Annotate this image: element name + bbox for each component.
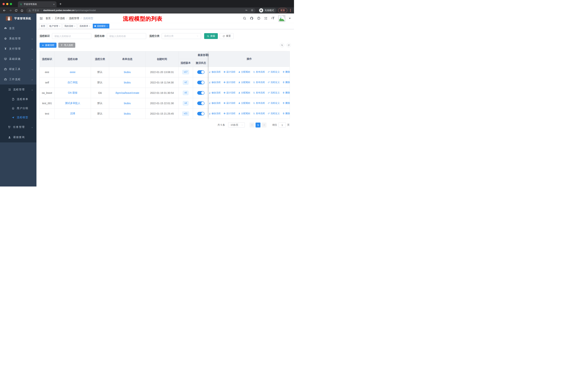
process-name-input[interactable] (107, 33, 146, 39)
form-info-link[interactable]: biubiu (124, 71, 131, 74)
form-info-link[interactable]: biubiu (124, 81, 131, 84)
update-button[interactable]: 更新 (278, 8, 287, 13)
action-流程定义[interactable]: 流程定义 (268, 81, 280, 84)
action-修改流程[interactable]: 修改流程 (209, 71, 221, 74)
action-流程定义[interactable]: 流程定义 (268, 112, 280, 115)
search-button[interactable]: 搜索 (204, 33, 218, 39)
help-icon[interactable] (257, 17, 261, 20)
refresh-table-icon[interactable] (286, 43, 291, 47)
action-分配规则[interactable]: 分配规则 (238, 112, 250, 115)
action-设计流程[interactable]: 设计流程 (223, 91, 235, 94)
fullscreen-icon[interactable] (264, 17, 268, 20)
close-window-button[interactable] (2, 3, 5, 5)
url-bar[interactable]: 不安全 dashboard.yudao.iocoder.cn/bpm/manag… (26, 8, 256, 13)
next-page-button[interactable] (262, 122, 266, 128)
home-icon[interactable] (19, 8, 24, 13)
sidebar-item-系统管理[interactable]: 系统管理 (0, 33, 36, 44)
prev-page-button[interactable] (250, 122, 254, 128)
reload-icon[interactable] (13, 8, 19, 13)
action-删除[interactable]: 删除 (283, 81, 290, 84)
security-label[interactable]: 不安全 (32, 9, 39, 12)
action-发布流程[interactable]: 发布流程 (253, 81, 265, 84)
process-name-link[interactable]: 测试多审批人 (65, 102, 80, 105)
active-toggle[interactable] (197, 81, 205, 84)
sidebar-item-流程模型[interactable]: 流程模型 (0, 113, 36, 122)
form-info-link[interactable]: /bpm/oa/leave/create (115, 91, 139, 94)
goto-page-input[interactable] (279, 122, 286, 128)
breadcrumb-item-流程管理[interactable]: 流程管理 (69, 17, 79, 20)
font-size-icon[interactable]: TT (271, 17, 275, 20)
close-icon[interactable]: × (74, 25, 75, 27)
page-size-select[interactable]: 10条/页 (228, 122, 245, 128)
tag-流程表单[interactable]: 流程表单× (78, 24, 92, 28)
action-删除[interactable]: 删除 (283, 91, 290, 94)
action-发布流程[interactable]: 发布流程 (253, 112, 265, 115)
action-修改流程[interactable]: 修改流程 (209, 91, 221, 94)
page-number-button[interactable]: 1 (256, 122, 261, 128)
process-name-link[interactable]: eeee (70, 71, 75, 74)
sidebar-item-请假查询[interactable]: 请假查询 (0, 132, 36, 142)
bookmark-star-icon[interactable] (251, 9, 253, 12)
active-toggle[interactable] (197, 101, 205, 105)
action-删除[interactable]: 删除 (283, 71, 290, 74)
sidebar-item-基础设施[interactable]: 基础设施 (0, 54, 36, 64)
action-修改流程[interactable]: 修改流程 (209, 81, 221, 84)
action-流程定义[interactable]: 流程定义 (268, 71, 280, 74)
github-icon[interactable] (250, 17, 253, 20)
action-流程定义[interactable]: 流程定义 (268, 91, 280, 94)
action-分配规则[interactable]: 分配规则 (238, 81, 250, 84)
tag-我的流程[interactable]: 我的流程× (63, 24, 77, 28)
action-修改流程[interactable]: 修改流程 (209, 102, 221, 105)
action-设计流程[interactable]: 设计流程 (223, 71, 235, 74)
window-controls[interactable] (0, 3, 15, 5)
process-name-link[interactable]: 滔博 (70, 112, 75, 115)
sidebar-item-流程管理[interactable]: 流程管理 (0, 84, 36, 95)
avatar-caret-icon[interactable] (289, 18, 291, 19)
browser-tab[interactable]: 芋道管理系统 × (18, 1, 56, 7)
sidebar-item-流程表单[interactable]: 流程表单 (0, 95, 36, 104)
action-发布流程[interactable]: 发布流程 (253, 91, 265, 94)
process-category-select[interactable]: 流程分类 (162, 33, 201, 39)
action-设计流程[interactable]: 设计流程 (223, 112, 235, 115)
create-process-button[interactable]: 新建流程 (40, 43, 56, 48)
tag-租户管理[interactable]: 租户管理× (48, 24, 62, 28)
forward-icon[interactable] (8, 8, 13, 13)
action-分配规则[interactable]: 分配规则 (238, 71, 250, 74)
active-toggle[interactable] (197, 91, 205, 95)
active-toggle[interactable] (197, 112, 205, 115)
tag-流程模型[interactable]: 流程模型× (93, 24, 109, 28)
tag-首页[interactable]: 首页 (39, 24, 47, 28)
close-icon[interactable]: × (59, 25, 60, 27)
sidebar-item-研发工具[interactable]: 研发工具 (0, 64, 36, 74)
action-流程定义[interactable]: 流程定义 (268, 102, 280, 105)
sidebar-item-支付管理[interactable]: ¥支付管理 (0, 44, 36, 54)
process-name-link[interactable]: 自己审批 (68, 81, 78, 84)
import-process-button[interactable]: 导入流程 (58, 43, 75, 48)
action-修改流程[interactable]: 修改流程 (209, 112, 221, 115)
breadcrumb-item-工作流程[interactable]: 工作流程 (55, 17, 65, 20)
action-发布流程[interactable]: 发布流程 (253, 71, 265, 74)
new-tab-button[interactable]: + (59, 2, 62, 6)
show-search-icon[interactable] (280, 43, 284, 47)
back-icon[interactable] (2, 8, 7, 13)
action-分配规则[interactable]: 分配规则 (238, 102, 250, 105)
process-key-input[interactable] (52, 33, 91, 39)
breadcrumb-item-首页[interactable]: 首页 (46, 17, 51, 20)
reset-button[interactable]: 重置 (220, 33, 234, 39)
sidebar-item-工作流程[interactable]: 工作流程 (0, 74, 36, 84)
search-icon[interactable] (243, 17, 246, 20)
action-设计流程[interactable]: 设计流程 (223, 81, 235, 84)
sidebar-item-用户分组[interactable]: 用户分组 (0, 104, 36, 113)
sidebar-item-任务管理[interactable]: 任务管理 (0, 122, 36, 132)
avatar[interactable] (278, 15, 285, 22)
form-info-link[interactable]: biubiu (124, 112, 131, 115)
action-删除[interactable]: 删除 (283, 102, 290, 105)
close-icon[interactable]: × (106, 25, 107, 27)
sidebar-collapse-icon[interactable] (39, 17, 43, 20)
process-name-link[interactable]: OA 请假 (68, 91, 77, 94)
maximize-window-button[interactable] (10, 3, 12, 5)
minimize-window-button[interactable] (6, 3, 8, 5)
browser-menu-kebab-icon[interactable] (290, 8, 292, 13)
action-分配规则[interactable]: 分配规则 (238, 91, 250, 94)
active-toggle[interactable] (197, 70, 205, 74)
